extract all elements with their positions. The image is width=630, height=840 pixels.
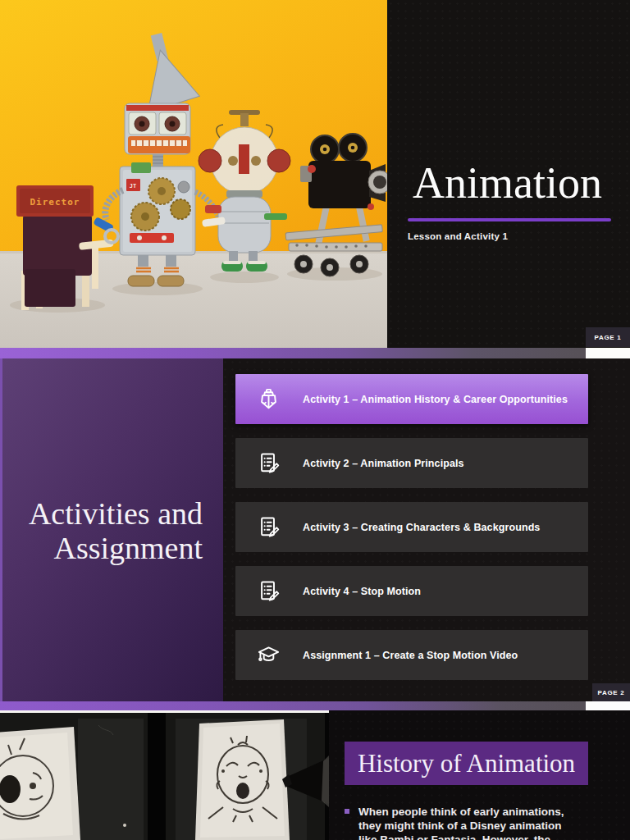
film-frames-illustration	[0, 710, 329, 840]
activity-label: Assignment 1 – Create a Stop Motion Vide…	[303, 650, 518, 661]
activity-label: Activity 3 – Creating Characters & Backg…	[303, 522, 540, 533]
notes-pencil-icon	[256, 514, 281, 540]
activity-row: Activity 2 – Animation Principals	[235, 438, 588, 488]
slide-title: Animation	[387, 0, 630, 205]
slide-subtitle: Lesson and Activity 1	[408, 231, 630, 241]
title-underline	[408, 218, 611, 221]
notes-pencil-icon	[256, 578, 281, 604]
slide-3-history: History of Animation When people think o…	[0, 710, 630, 840]
bullet-paragraph: When people think of early animations, t…	[345, 805, 630, 840]
slide-3-title-banner: History of Animation	[345, 742, 588, 785]
film-top-line	[0, 710, 329, 713]
activity-label: Activity 4 – Stop Motion	[303, 586, 421, 597]
page-separator-2	[0, 701, 630, 710]
document-viewer: Director	[0, 0, 630, 840]
bullet-square-icon	[345, 809, 349, 814]
director-chair-label: Director	[30, 197, 80, 208]
slide-2-title: Activities and Assignment	[29, 497, 203, 566]
page-1-badge: PAGE 1	[586, 327, 630, 347]
notes-pencil-icon	[256, 450, 281, 476]
page-separator-1	[0, 348, 630, 358]
bullet-text: When people think of early animations, t…	[358, 805, 564, 840]
robot-toys-photo: Director	[0, 0, 387, 348]
activity-label: Activity 2 – Animation Principals	[303, 458, 464, 469]
page-2-badge: PAGE 2	[592, 683, 630, 701]
bullet-line-3: like Bambi or Fantasia. However, the	[358, 833, 564, 840]
graduation-cap-icon	[256, 642, 281, 668]
activity-label: Activity 1 – Animation History & Career …	[303, 394, 568, 405]
old-film-frames	[0, 710, 329, 840]
slide-2-activities: Activities and Assignment Activity 1 – A…	[0, 358, 630, 701]
purple-side-panel: Activities and Assignment	[0, 358, 223, 701]
film-frame-clown	[0, 713, 148, 840]
robot-toys-illustration: Director	[0, 0, 387, 348]
ship-icon	[256, 386, 281, 412]
page-gap-white	[586, 701, 630, 710]
activity-row: Assignment 1 – Create a Stop Motion Vide…	[235, 630, 588, 680]
slide-3-title: History of Animation	[358, 749, 575, 778]
activity-row: Activity 4 – Stop Motion	[235, 566, 588, 616]
slide-1-text-panel: Animation Lesson and Activity 1 PAGE 1	[387, 0, 630, 348]
slide-1-title: Director	[0, 0, 630, 348]
page-gap-white	[586, 348, 630, 358]
activity-row: Activity 3 – Creating Characters & Backg…	[235, 502, 588, 552]
film-frame-man-hand	[166, 713, 329, 840]
activity-list: Activity 1 – Animation History & Career …	[223, 358, 630, 701]
bullet-line-2: they might think of a Disney animation	[358, 819, 564, 833]
activity-row: Activity 1 – Animation History & Career …	[235, 374, 588, 424]
slide-3-text-column: History of Animation When people think o…	[329, 710, 630, 840]
slide-2-title-line1: Activities and	[29, 496, 203, 531]
svg-text:JT: JT	[130, 183, 136, 189]
slide-2-title-line2: Assignment	[53, 531, 203, 565]
bullet-line-1: When people think of early animations,	[358, 805, 564, 819]
